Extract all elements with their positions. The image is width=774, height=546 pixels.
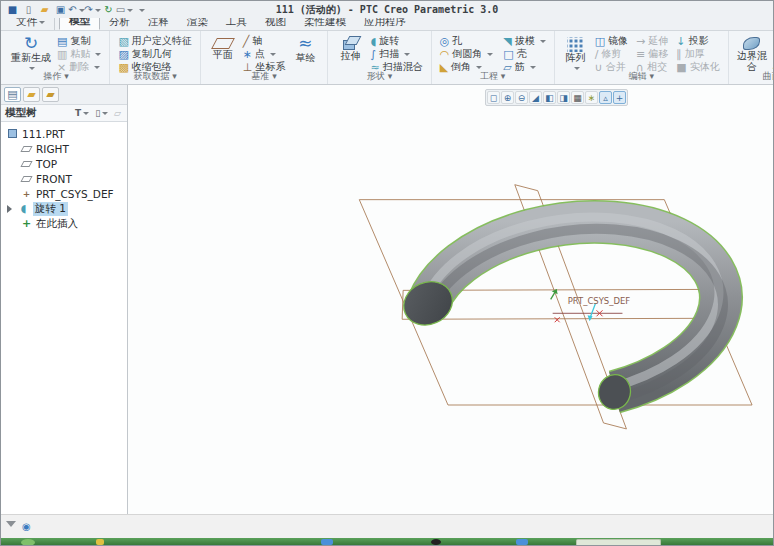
group-shapes: 拉伸 ◖旋转 ∫扫描 ≈扫描混合 形状 ▾	[328, 31, 431, 84]
display-style-icon[interactable]: ◧	[543, 91, 556, 104]
paste-button[interactable]: ▥粘贴	[54, 48, 104, 60]
copy-button[interactable]: ▤复制	[54, 35, 104, 47]
csys-marker[interactable]: PRT_CSYS_DEF	[551, 289, 631, 322]
extend-icon: →	[636, 36, 645, 47]
navigator-tabs: ▤ ▰ ▰	[1, 85, 127, 104]
zoom-in-icon[interactable]: ⊕	[501, 91, 514, 104]
sketch-button[interactable]: ≈ 草绘	[288, 33, 322, 64]
tree-node-right-plane[interactable]: RIGHT	[1, 141, 127, 156]
creo-window: ■ ▯ ▰ ▣ ↶ ↷ ↻ ▭ 111 (活动的) - PTC Creo Par…	[0, 0, 774, 546]
graphics-area[interactable]: PRT_CSYS_DEF ◻ ⊕ ⊖ ◢ ◧ ◨ ▦ ∗ ▵ +	[128, 85, 773, 514]
boundary-blend-button[interactable]: 边界混合	[734, 33, 770, 72]
taskbar-icon[interactable]	[96, 539, 104, 545]
active-task-button[interactable]	[576, 539, 661, 546]
annotation-display-icon[interactable]: ▵	[599, 91, 612, 104]
tree-node-top-plane[interactable]: TOP	[1, 156, 127, 171]
spin-center-icon[interactable]: +	[613, 91, 626, 104]
draft-button[interactable]: ◥拔模	[500, 35, 548, 47]
group-label-editing[interactable]: 编辑 ▾	[555, 70, 728, 83]
new-file-icon[interactable]: ▯	[21, 3, 36, 17]
project-button[interactable]: ↓投影	[673, 35, 722, 47]
tree-node-revolve-1[interactable]: ◖ 旋转 1	[1, 201, 127, 216]
group-surfaces: 边界混合 ▦填充 ∽样式 ◆自由式 曲面 ▾	[729, 31, 774, 84]
sketch-icon: ≈	[298, 35, 312, 52]
group-operations: ↻ 重新生成 ▤复制 ▥粘贴 ×删除 操作 ▾	[3, 31, 110, 84]
save-icon[interactable]: ▣	[53, 3, 68, 17]
extend-button[interactable]: →延伸	[633, 35, 671, 47]
point-button[interactable]: ∗点	[240, 48, 289, 60]
tree-node-insert-here[interactable]: + 在此插入	[1, 216, 127, 231]
group-editing: 阵列 ◫镜像 →延伸 ↓投影 ∕修剪 ≡偏移 ∥加厚 ∪合并 ∩相交 ■实体化 …	[555, 31, 729, 84]
select-tool-icon[interactable]: ◉	[22, 521, 31, 532]
model-tree-tab[interactable]: ▤	[4, 87, 21, 102]
favorites-tab[interactable]: ▰	[42, 87, 59, 102]
tree-columns-icon[interactable]: ▯	[93, 108, 110, 118]
hole-icon: ◎	[440, 36, 450, 47]
saved-orientations-icon[interactable]: ▦	[571, 91, 584, 104]
extrude-icon	[342, 35, 358, 50]
shell-button[interactable]: □壳	[500, 48, 548, 60]
redo-icon[interactable]: ↷	[85, 3, 100, 17]
model-tree-header: 模型树 T ▯ ▱	[1, 104, 127, 122]
revolve-icon: ◖	[370, 36, 376, 47]
regenerate-button[interactable]: ↻ 重新生成	[8, 33, 54, 71]
group-label-shapes[interactable]: 形状 ▾	[328, 70, 430, 83]
trim-button[interactable]: ∕修剪	[592, 48, 631, 60]
group-label-operations[interactable]: 操作 ▾	[3, 70, 109, 83]
axis-button[interactable]: ╱轴	[240, 35, 289, 47]
taskbar-icon[interactable]	[516, 539, 528, 545]
hole-button[interactable]: ◎孔	[437, 35, 497, 47]
undo-icon[interactable]: ↶	[69, 3, 84, 17]
taskbar-icon[interactable]	[321, 539, 333, 545]
group-label-get-data[interactable]: 获取数据 ▾	[110, 70, 199, 83]
style-button[interactable]: ∽样式	[770, 48, 774, 60]
pattern-button[interactable]: 阵列	[560, 33, 592, 71]
copy-geometry-button[interactable]: ▨复制几何	[115, 48, 194, 60]
tree-settings-icon[interactable]: ▱	[112, 108, 123, 118]
draft-icon: ◥	[503, 36, 511, 47]
zoom-fit-icon[interactable]: ◻	[487, 91, 500, 104]
boundary-blend-icon	[743, 37, 760, 50]
group-label-engineering[interactable]: 工程 ▾	[432, 70, 554, 83]
ribbon-tab-row: 文件 模型 分析 注释 渲染 工具 视图 柔性建模 应用程序	[1, 18, 773, 31]
sweep-button[interactable]: ∫扫描	[367, 48, 425, 60]
datum-display-filters-icon[interactable]: ∗	[585, 91, 598, 104]
thicken-button[interactable]: ∥加厚	[673, 48, 722, 60]
windows-icon[interactable]: ▭	[117, 3, 132, 17]
group-label-datum[interactable]: 基准 ▾	[201, 70, 328, 83]
offset-button[interactable]: ≡偏移	[633, 48, 671, 60]
main-area: ▤ ▰ ▰ 模型树 T ▯ ▱ 111.PRT RIGHT	[1, 85, 773, 514]
title-bar: ■ ▯ ▰ ▣ ↶ ↷ ↻ ▭ 111 (活动的) - PTC Creo Par…	[1, 1, 773, 18]
folder-browser-tab[interactable]: ▰	[23, 87, 40, 102]
app-icon[interactable]: ■	[5, 3, 20, 17]
plane-button[interactable]: 平面	[206, 33, 240, 61]
round-icon: ◠	[440, 49, 450, 60]
round-button[interactable]: ◠倒圆角	[437, 48, 497, 60]
group-label-surfaces[interactable]: 曲面 ▾	[729, 70, 774, 83]
regenerate-icon[interactable]: ↻	[101, 3, 116, 17]
tree-node-part[interactable]: 111.PRT	[1, 126, 127, 141]
udf-button[interactable]: ▧用户定义特征	[115, 35, 194, 47]
regenerate-icon: ↻	[24, 35, 38, 52]
datum-plane-icon	[20, 161, 32, 167]
section-view-icon[interactable]: ◨	[557, 91, 570, 104]
zoom-out-icon[interactable]: ⊖	[515, 91, 528, 104]
extrude-button[interactable]: 拉伸	[333, 33, 367, 62]
customize-icon[interactable]	[133, 3, 148, 17]
tree-node-front-plane[interactable]: FRONT	[1, 171, 127, 186]
fill-button[interactable]: ▦填充	[770, 35, 774, 47]
sweep-icon: ∫	[370, 49, 376, 60]
csys-icon: +	[21, 188, 32, 199]
expand-arrow-icon[interactable]	[7, 205, 16, 213]
project-icon: ↓	[676, 36, 685, 47]
open-icon[interactable]: ▰	[37, 3, 52, 17]
taskbar-icon[interactable]	[431, 539, 441, 545]
revolve-button[interactable]: ◖旋转	[367, 35, 425, 47]
filter-icon[interactable]	[6, 521, 16, 532]
repaint-icon[interactable]: ◢	[529, 91, 542, 104]
windows-taskbar	[1, 538, 773, 546]
mirror-button[interactable]: ◫镜像	[592, 35, 631, 47]
start-button[interactable]	[21, 539, 35, 546]
tree-filters-icon[interactable]: T	[73, 108, 91, 118]
tree-node-csys[interactable]: + PRT_CSYS_DEF	[1, 186, 127, 201]
